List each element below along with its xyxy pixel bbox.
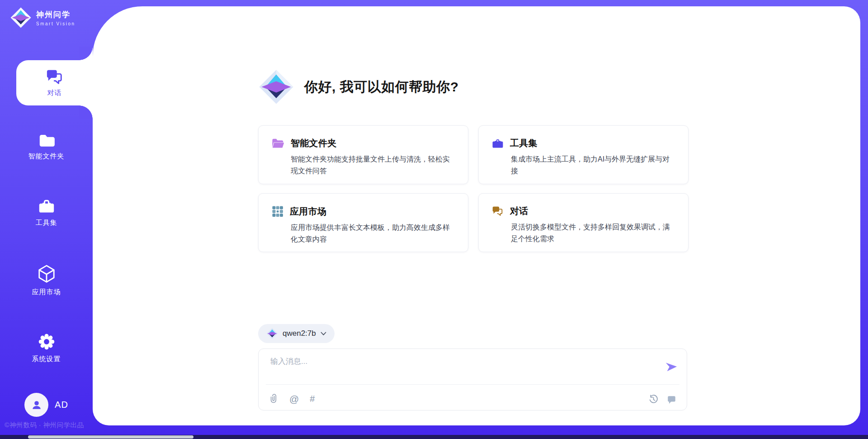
message-composer: @ # bbox=[258, 348, 687, 410]
browser-bottom-bar bbox=[0, 435, 868, 439]
gem-logo-icon bbox=[10, 7, 32, 29]
sidebar-item-chat[interactable]: 对话 bbox=[16, 60, 93, 105]
model-selector[interactable]: qwen2:7b bbox=[258, 324, 335, 343]
composer-left-tools: @ # bbox=[270, 393, 315, 404]
card-description: 应用市场提供丰富长文本模板，助力高效生成多样化文章内容 bbox=[291, 222, 455, 245]
attachment-button[interactable] bbox=[270, 393, 278, 404]
history-button[interactable] bbox=[648, 394, 658, 404]
toolbox-icon bbox=[38, 198, 56, 215]
sidebar: 神州问学 Smart Vision 对话 智能文件夹 工具集 bbox=[0, 0, 93, 439]
card-description: 集成市场上主流工具，助力AI与外界无缝扩展与对接 bbox=[511, 153, 675, 177]
history-icon bbox=[648, 394, 658, 404]
message-icon bbox=[666, 394, 677, 404]
composer-divider bbox=[266, 384, 679, 385]
card-description: 灵活切换多模型文件，支持多样回复效果调试，满足个性化需求 bbox=[511, 221, 675, 244]
tab-fillet-bottom bbox=[79, 105, 93, 119]
app-logo: 神州问学 Smart Vision bbox=[10, 7, 75, 29]
send-button[interactable] bbox=[664, 360, 679, 374]
chat-bubbles-icon bbox=[491, 205, 504, 217]
sidebar-item-label: 智能文件夹 bbox=[28, 152, 65, 161]
sidebar-item-label: 对话 bbox=[47, 89, 62, 97]
chevron-down-icon bbox=[321, 332, 326, 336]
folder-icon bbox=[38, 133, 56, 148]
hashtag-button[interactable]: # bbox=[310, 394, 315, 403]
gem-logo-icon bbox=[266, 328, 278, 339]
main-panel: 你好, 我可以如何帮助你? 智能文件夹 智能文件夹功能支持批量文件上传与清洗，轻… bbox=[93, 6, 860, 425]
copyright-text: ©神州数码 · 神州问学出品 bbox=[5, 421, 84, 429]
card-description: 智能文件夹功能支持批量文件上传与清洗，轻松实现文件问答 bbox=[291, 153, 455, 177]
card-title: 智能文件夹 bbox=[291, 137, 337, 149]
feature-cards: 智能文件夹 智能文件夹功能支持批量文件上传与清洗，轻松实现文件问答 工具集 集成… bbox=[258, 125, 689, 252]
model-name: qwen2:7b bbox=[283, 329, 316, 338]
card-toolset[interactable]: 工具集 集成市场上主流工具，助力AI与外界无缝扩展与对接 bbox=[478, 125, 689, 184]
send-icon bbox=[665, 360, 678, 373]
attachment-icon bbox=[270, 393, 278, 404]
card-app-market[interactable]: 应用市场 应用市场提供丰富长文本模板，助力高效生成多样化文章内容 bbox=[258, 193, 468, 252]
horizontal-scrollbar[interactable] bbox=[28, 435, 193, 439]
card-smart-folder[interactable]: 智能文件夹 智能文件夹功能支持批量文件上传与清洗，轻松实现文件问答 bbox=[258, 125, 468, 184]
sidebar-item-app-market[interactable]: 应用市场 bbox=[0, 264, 93, 296]
card-chat[interactable]: 对话 灵活切换多模型文件，支持多样回复效果调试，满足个性化需求 bbox=[478, 193, 689, 252]
gear-icon bbox=[38, 333, 56, 351]
sidebar-item-label: 系统设置 bbox=[32, 355, 61, 363]
app-title: 神州问学 bbox=[36, 10, 75, 20]
chat-bubbles-icon bbox=[45, 68, 64, 86]
card-title: 对话 bbox=[510, 205, 528, 217]
mention-button[interactable]: @ bbox=[289, 394, 299, 404]
sidebar-item-label: 工具集 bbox=[36, 219, 57, 227]
greeting: 你好, 我可以如何帮助你? bbox=[258, 69, 459, 105]
app-grid-icon bbox=[271, 205, 284, 218]
greeting-title: 你好, 我可以如何帮助你? bbox=[304, 78, 459, 96]
tab-fillet-top bbox=[79, 47, 93, 60]
message-button[interactable] bbox=[666, 394, 677, 404]
cube-icon bbox=[37, 264, 56, 284]
open-folder-icon bbox=[271, 138, 285, 149]
toolbox-icon bbox=[491, 138, 504, 149]
person-icon bbox=[30, 398, 43, 412]
app-subtitle: Smart Vision bbox=[36, 21, 75, 26]
composer-right-tools bbox=[648, 394, 677, 404]
user-profile[interactable]: AD bbox=[0, 393, 93, 417]
sidebar-item-toolset[interactable]: 工具集 bbox=[0, 198, 93, 227]
card-title: 工具集 bbox=[510, 137, 538, 149]
message-input[interactable] bbox=[270, 356, 646, 380]
sidebar-item-smart-folder[interactable]: 智能文件夹 bbox=[0, 133, 93, 161]
avatar bbox=[24, 393, 48, 417]
sidebar-item-label: 应用市场 bbox=[32, 288, 61, 296]
user-name: AD bbox=[55, 400, 68, 410]
sidebar-item-settings[interactable]: 系统设置 bbox=[0, 333, 93, 363]
gem-logo-icon bbox=[258, 69, 294, 105]
card-title: 应用市场 bbox=[290, 205, 326, 218]
